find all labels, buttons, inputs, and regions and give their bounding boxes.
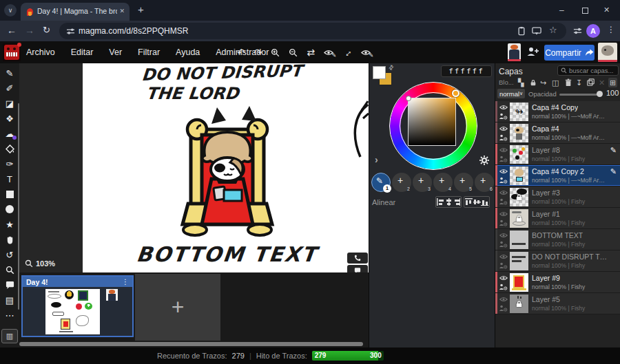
magma-logo[interactable] xyxy=(3,43,21,61)
text-tool[interactable]: T xyxy=(2,172,17,186)
more-tools[interactable]: ⋯ xyxy=(2,308,17,322)
opacity-slider[interactable] xyxy=(559,94,601,96)
layer-search-input[interactable]: buscar capas... xyxy=(557,65,619,76)
layer-row[interactable]: Layer #5 normal 100% | Fishy xyxy=(495,293,620,314)
brush-slot-1[interactable]: ✎ 1 xyxy=(371,173,391,192)
layer-visibility-eye-icon[interactable] xyxy=(499,190,508,195)
fullscreen-button[interactable]: ↔ xyxy=(342,47,352,57)
lock-layer-button[interactable] xyxy=(530,79,537,86)
url-text[interactable]: magma.com/d/8s2PPQHMSR xyxy=(79,26,188,36)
view-pen-button[interactable]: ✎ xyxy=(324,50,333,56)
browser-profile-avatar[interactable]: A xyxy=(586,24,600,38)
align-left-button[interactable] xyxy=(437,198,444,206)
layer-private-view-icon[interactable] xyxy=(499,283,508,290)
reload-button[interactable]: ↻ xyxy=(43,25,50,35)
color-settings-gear-icon[interactable] xyxy=(479,156,489,165)
voice-call-button[interactable] xyxy=(347,253,368,264)
saturation-value-square[interactable] xyxy=(408,98,456,146)
new-tab-button[interactable]: + xyxy=(138,3,144,15)
invite-user-icon[interactable] xyxy=(527,47,539,56)
layer-visibility-eye-icon[interactable] xyxy=(499,297,508,302)
undo-button[interactable]: ↶ xyxy=(237,47,245,57)
alpha-lock-button[interactable]: ▚ xyxy=(518,78,524,87)
layer-visibility-eye-icon[interactable] xyxy=(499,254,508,259)
layer-private-view-icon[interactable] xyxy=(499,305,508,312)
menu-editar[interactable]: Editar xyxy=(71,47,94,57)
layer-private-view-icon[interactable] xyxy=(499,156,508,162)
fill-tool[interactable] xyxy=(2,142,17,156)
brush-slot-5[interactable]: +5 xyxy=(454,173,473,192)
page-card-selected[interactable]: Day 4! ⋮ xyxy=(21,275,134,337)
cast-icon[interactable] xyxy=(532,27,541,35)
rect-tool[interactable] xyxy=(2,187,17,201)
layer-private-view-icon[interactable] xyxy=(499,241,508,248)
forward-button[interactable]: → xyxy=(25,25,34,36)
browser-menu-kebab-icon[interactable]: ⋮ xyxy=(607,25,615,34)
align-top-button[interactable] xyxy=(465,198,473,206)
align-center-horizontal-button[interactable] xyxy=(445,198,453,206)
layer-visibility-eye-icon[interactable] xyxy=(499,233,508,238)
panel-collapse-chevron-icon[interactable]: › xyxy=(375,154,378,165)
back-button[interactable]: ← xyxy=(7,25,17,36)
brush-slot-6[interactable]: +6 xyxy=(475,173,494,192)
add-page-button[interactable]: + xyxy=(135,274,220,341)
bookmark-star-icon[interactable]: ☆ xyxy=(549,25,557,35)
zoom-out-button[interactable] xyxy=(289,48,298,57)
layer-row[interactable]: Layer #3 normal 100% | Fishy xyxy=(495,186,620,208)
menu-archivo[interactable]: Archivo xyxy=(26,47,55,57)
lasso-fill-tool[interactable]: ✑ xyxy=(2,157,17,171)
window-maximize-button[interactable] xyxy=(582,8,588,14)
star-tool[interactable]: ★ xyxy=(2,217,17,231)
hand-tool[interactable] xyxy=(2,233,17,246)
ellipse-tool[interactable] xyxy=(2,202,17,216)
add-layer-button[interactable]: ⊞ xyxy=(608,78,617,87)
flipbook-panel-toggle[interactable]: ▥ xyxy=(1,329,18,343)
site-settings-icon[interactable] xyxy=(66,28,75,35)
window-close-button[interactable]: ✕ xyxy=(603,6,610,14)
layer-row[interactable]: Capa #4 Copy 2 normal 100% | —~Moff Ar… … xyxy=(495,165,620,186)
hue-selector-knob[interactable] xyxy=(452,89,459,97)
collaborator-avatar-moff[interactable] xyxy=(508,43,521,61)
layer-private-view-icon[interactable] xyxy=(499,113,508,120)
blend-mode-dropdown[interactable]: normal ∨ xyxy=(497,89,525,98)
eraser-tool[interactable]: ◪ xyxy=(2,96,17,110)
layer-visibility-eye-icon[interactable] xyxy=(499,275,508,281)
layer-row[interactable]: Layer #1 normal 100% | Fishy xyxy=(495,208,620,229)
window-minimize-button[interactable]: – xyxy=(559,6,564,15)
layer-private-view-icon[interactable] xyxy=(499,177,508,184)
layer-row[interactable]: ↬ Capa #4 Copy normal 100% | —~Moff Ar… xyxy=(495,101,620,122)
share-button[interactable]: Compartir xyxy=(544,45,595,61)
layer-visibility-eye-icon[interactable] xyxy=(499,147,508,153)
clipping-mask-button[interactable]: ↪ xyxy=(540,78,546,87)
layer-visibility-eye-icon[interactable] xyxy=(499,126,508,131)
layer-row[interactable]: BOTTOM TEXT normal 100% | Fishy xyxy=(495,229,620,250)
clear-layer-button[interactable]: ◫ xyxy=(552,78,559,87)
brush-slot-3[interactable]: +3 xyxy=(413,173,432,192)
layer-visibility-eye-icon[interactable] xyxy=(499,211,508,217)
align-bottom-button[interactable] xyxy=(481,198,488,206)
tab-search-chevron-icon[interactable]: ∨ xyxy=(4,4,17,17)
layer-row[interactable]: Layer #9 normal 100% | Fishy xyxy=(495,272,620,293)
align-right-button[interactable] xyxy=(453,198,460,206)
layer-private-view-icon[interactable] xyxy=(499,134,508,141)
rotate-canvas-tool[interactable]: ↺ xyxy=(2,248,17,261)
swap-colors-icon[interactable]: ⇄ xyxy=(387,63,395,72)
menu-ayuda[interactable]: Ayuda xyxy=(176,47,200,57)
pages-scrollbar[interactable] xyxy=(19,342,363,346)
tab-close-icon[interactable]: ✕ xyxy=(119,8,125,14)
mixer-brush-tool[interactable]: ❖ xyxy=(2,111,17,125)
smudge-tool[interactable]: ☁ xyxy=(2,127,17,140)
duplicate-layer-button[interactable] xyxy=(587,78,595,86)
layer-private-view-icon[interactable] xyxy=(499,262,508,269)
laser-view-button[interactable]: ✎ xyxy=(361,50,371,56)
menu-filtrar[interactable]: Filtrar xyxy=(138,47,160,57)
layer-private-view-icon[interactable] xyxy=(499,220,508,226)
drawing-canvas[interactable]: DO NOT DISRUPT THE LORD BOTTOM TEXT xyxy=(83,63,369,272)
opacity-slider-knob[interactable] xyxy=(597,91,603,97)
hex-color-field[interactable]: ffffff xyxy=(441,65,492,77)
zoom-in-button[interactable] xyxy=(271,48,280,57)
align-middle-button[interactable] xyxy=(473,198,481,206)
merge-down-button[interactable]: ↧ xyxy=(576,78,582,87)
extension-icon[interactable] xyxy=(573,27,582,35)
layer-row[interactable]: DO NOT DISRUPT T… normal 100% | Fishy xyxy=(495,250,620,272)
